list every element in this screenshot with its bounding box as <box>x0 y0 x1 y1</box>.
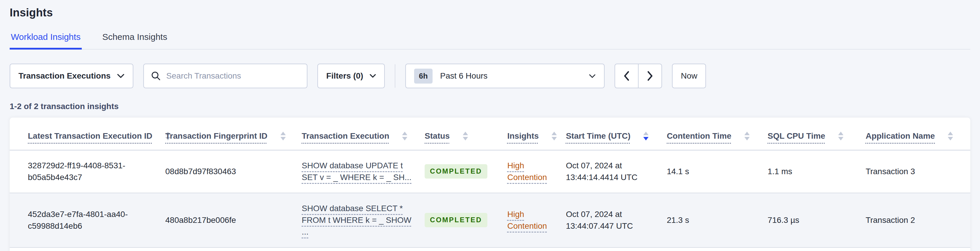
high-contention-link[interactable]: High Contention <box>507 209 547 230</box>
transaction-execution-cell: SHOW database UPDATE t SET v = _ WHERE k… <box>302 150 425 193</box>
sort-icon[interactable] <box>280 132 286 141</box>
page-title: Insights <box>10 6 970 19</box>
results-summary: 1-2 of 2 transaction insights <box>10 102 970 111</box>
column-header-transaction-execution[interactable]: Transaction Execution <box>302 118 425 150</box>
transaction-execution-link[interactable]: SHOW database SELECT * FROM t WHERE k = … <box>302 204 412 237</box>
contention-time-cell: 14.1 s <box>667 150 768 193</box>
time-window-pager <box>614 64 662 88</box>
now-button-label: Now <box>681 71 697 81</box>
now-button[interactable]: Now <box>672 64 706 88</box>
sort-icon[interactable] <box>463 132 468 141</box>
status-badge: COMPLETED <box>425 164 487 179</box>
column-header-application-name[interactable]: Application Name <box>866 118 970 150</box>
time-range-label: Past 6 Hours <box>440 71 488 81</box>
chevron-right-icon <box>647 71 653 81</box>
transaction-execution-cell: SHOW database SELECT * FROM t WHERE k = … <box>302 193 425 248</box>
time-range-picker[interactable]: 6h Past 6 Hours <box>405 64 605 88</box>
sql-cpu-time-cell: 716.3 µs <box>768 193 865 248</box>
status-cell: COMPLETED <box>425 150 507 193</box>
column-header-transaction-fingerprint-id[interactable]: Transaction Fingerprint ID <box>165 118 302 150</box>
chevron-down-icon <box>117 74 124 78</box>
tab-workload-insights[interactable]: Workload Insights <box>10 32 82 50</box>
column-header-contention-time[interactable]: Contention Time <box>667 118 768 150</box>
application-name-cell: Transaction 2 <box>866 193 970 248</box>
status-cell: COMPLETED <box>425 193 507 248</box>
application-name-cell: Transaction 3 <box>866 150 970 193</box>
toolbar: Transaction Executions Filters (0) 6h Pa… <box>10 64 970 88</box>
chevron-down-icon <box>369 74 376 78</box>
tab-schema-insights[interactable]: Schema Insights <box>101 32 169 50</box>
sort-icon[interactable] <box>948 132 953 141</box>
table-row: 452da3e7-e7fa-4801-aa40-c59988d14eb6 480… <box>10 193 970 248</box>
contention-time-cell: 21.3 s <box>667 193 768 248</box>
chevron-left-icon <box>624 71 630 81</box>
column-header-sql-cpu-time[interactable]: SQL CPU Time <box>768 118 865 150</box>
search-box[interactable] <box>143 64 307 88</box>
transaction-execution-link[interactable]: SHOW database UPDATE t SET v = _ WHERE k… <box>302 161 412 182</box>
table-row: 328729d2-ff19-4408-8531-b05a5b4e43c7 08d… <box>10 150 970 193</box>
column-header-latest-transaction-execution-id[interactable]: Latest Transaction Execution ID <box>10 118 165 150</box>
filters-dropdown[interactable]: Filters (0) <box>317 64 385 88</box>
start-time-cell: Oct 07, 2024 at 13:44:07.447 UTC <box>566 193 667 248</box>
search-icon <box>151 71 161 81</box>
sort-icon[interactable] <box>402 132 407 141</box>
time-window-prev-button[interactable] <box>614 64 639 88</box>
transaction-fingerprint-id-cell: 480a8b217be006fe <box>165 193 302 248</box>
insights-cell: High Contention <box>507 193 566 248</box>
column-header-insights[interactable]: Insights <box>507 118 566 150</box>
latest-transaction-execution-id-cell: 452da3e7-e7fa-4801-aa40-c59988d14eb6 <box>10 193 165 248</box>
time-window-next-button[interactable] <box>638 64 662 88</box>
high-contention-link[interactable]: High Contention <box>507 161 547 182</box>
insights-page: Insights Workload Insights Schema Insigh… <box>0 6 980 251</box>
transaction-insights-table: Latest Transaction Execution ID Transact… <box>10 118 970 248</box>
status-badge: COMPLETED <box>425 213 487 227</box>
column-header-start-time[interactable]: Start Time (UTC) <box>566 118 667 150</box>
transaction-fingerprint-id-cell: 08d8b7d97f830463 <box>165 150 302 193</box>
sort-icon[interactable] <box>552 132 557 141</box>
tab-schema-insights-label: Schema Insights <box>102 32 167 42</box>
chevron-down-icon <box>589 74 596 78</box>
filters-dropdown-label: Filters (0) <box>326 71 363 81</box>
insights-table-card: Latest Transaction Execution ID Transact… <box>10 118 970 251</box>
insight-type-dropdown[interactable]: Transaction Executions <box>10 64 134 88</box>
tab-workload-insights-label: Workload Insights <box>11 32 81 42</box>
insight-type-dropdown-label: Transaction Executions <box>19 71 110 81</box>
sql-cpu-time-cell: 1.1 ms <box>768 150 865 193</box>
search-input[interactable] <box>166 71 300 81</box>
tab-bar: Workload Insights Schema Insights <box>10 32 970 50</box>
time-interval-badge: 6h <box>414 69 432 83</box>
insights-cell: High Contention <box>507 150 566 193</box>
sort-icon[interactable] <box>745 132 750 141</box>
sort-icon-active-desc[interactable] <box>643 132 649 141</box>
toolbar-divider <box>395 64 395 88</box>
latest-transaction-execution-id-cell: 328729d2-ff19-4408-8531-b05a5b4e43c7 <box>10 150 165 193</box>
sort-icon[interactable] <box>838 132 843 141</box>
table-header-row: Latest Transaction Execution ID Transact… <box>10 118 970 150</box>
start-time-cell: Oct 07, 2024 at 13:44:14.4414 UTC <box>566 150 667 193</box>
column-header-status[interactable]: Status <box>425 118 507 150</box>
